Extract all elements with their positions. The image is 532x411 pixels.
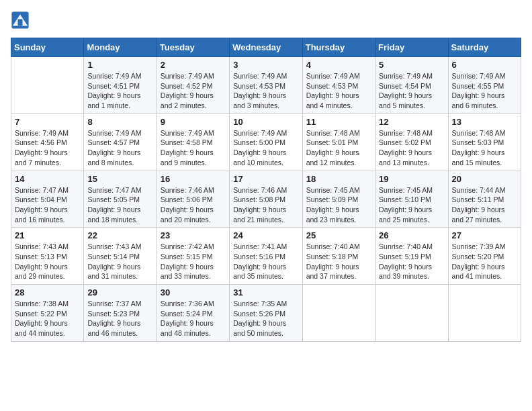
day-number: 5 (379, 60, 444, 70)
calendar-cell: 5Sunrise: 7:49 AM Sunset: 4:54 PM Daylig… (375, 57, 448, 114)
calendar-table: SundayMondayTuesdayWednesdayThursdayFrid… (11, 38, 521, 342)
calendar-cell: 27Sunrise: 7:39 AM Sunset: 5:20 PM Dayli… (448, 228, 521, 285)
day-number: 28 (15, 287, 80, 298)
calendar-cell (11, 57, 84, 114)
calendar-cell: 28Sunrise: 7:38 AM Sunset: 5:22 PM Dayli… (11, 285, 84, 342)
calendar-cell: 26Sunrise: 7:40 AM Sunset: 5:19 PM Dayli… (375, 228, 448, 285)
day-detail: Sunrise: 7:38 AM Sunset: 5:22 PM Dayligh… (15, 299, 80, 338)
day-number: 17 (233, 174, 298, 184)
day-detail: Sunrise: 7:46 AM Sunset: 5:08 PM Dayligh… (233, 185, 298, 225)
day-detail: Sunrise: 7:45 AM Sunset: 5:10 PM Dayligh… (379, 185, 444, 225)
day-number: 30 (161, 287, 226, 298)
calendar-cell: 16Sunrise: 7:46 AM Sunset: 5:06 PM Dayli… (157, 171, 229, 228)
calendar-week-2: 7Sunrise: 7:49 AM Sunset: 4:56 PM Daylig… (11, 113, 521, 171)
calendar-cell: 1Sunrise: 7:49 AM Sunset: 4:51 PM Daylig… (84, 57, 157, 114)
day-detail: Sunrise: 7:48 AM Sunset: 5:03 PM Dayligh… (452, 128, 517, 168)
calendar-cell: 20Sunrise: 7:44 AM Sunset: 5:11 PM Dayli… (448, 171, 521, 228)
calendar-cell (448, 285, 521, 342)
day-number: 14 (15, 174, 80, 184)
day-number: 18 (306, 174, 371, 184)
day-number: 25 (306, 230, 371, 240)
day-detail: Sunrise: 7:49 AM Sunset: 5:00 PM Dayligh… (233, 128, 298, 168)
day-number: 9 (161, 117, 226, 127)
day-detail: Sunrise: 7:43 AM Sunset: 5:13 PM Dayligh… (15, 242, 80, 281)
day-number: 23 (161, 230, 226, 240)
day-number: 22 (87, 230, 152, 240)
day-header-wednesday: Wednesday (230, 38, 302, 57)
day-detail: Sunrise: 7:45 AM Sunset: 5:09 PM Dayligh… (306, 185, 371, 225)
calendar-cell: 31Sunrise: 7:35 AM Sunset: 5:26 PM Dayli… (230, 285, 302, 342)
day-detail: Sunrise: 7:48 AM Sunset: 5:01 PM Dayligh… (306, 128, 371, 168)
calendar-cell (375, 285, 448, 342)
calendar-cell: 2Sunrise: 7:49 AM Sunset: 4:52 PM Daylig… (157, 57, 229, 114)
day-detail: Sunrise: 7:49 AM Sunset: 4:58 PM Dayligh… (161, 128, 226, 168)
day-detail: Sunrise: 7:43 AM Sunset: 5:14 PM Dayligh… (87, 242, 152, 281)
calendar-header-row: SundayMondayTuesdayWednesdayThursdayFrid… (11, 38, 521, 57)
day-detail: Sunrise: 7:44 AM Sunset: 5:11 PM Dayligh… (452, 185, 517, 225)
day-number: 12 (379, 117, 444, 127)
day-detail: Sunrise: 7:49 AM Sunset: 4:53 PM Dayligh… (233, 71, 298, 111)
day-number: 31 (233, 287, 298, 298)
logo-icon (11, 11, 30, 30)
day-detail: Sunrise: 7:40 AM Sunset: 5:19 PM Dayligh… (379, 242, 444, 281)
day-number: 8 (87, 117, 152, 127)
day-header-saturday: Saturday (448, 38, 521, 57)
day-number: 4 (306, 60, 371, 70)
svg-rect-2 (18, 19, 23, 26)
calendar-week-1: 1Sunrise: 7:49 AM Sunset: 4:51 PM Daylig… (11, 57, 521, 114)
day-detail: Sunrise: 7:49 AM Sunset: 4:51 PM Dayligh… (87, 71, 152, 111)
day-detail: Sunrise: 7:49 AM Sunset: 4:53 PM Dayligh… (306, 71, 371, 111)
day-detail: Sunrise: 7:37 AM Sunset: 5:23 PM Dayligh… (87, 299, 152, 338)
day-number: 1 (87, 60, 152, 70)
day-number: 15 (87, 174, 152, 184)
day-header-friday: Friday (375, 38, 448, 57)
day-number: 20 (452, 174, 517, 184)
day-detail: Sunrise: 7:49 AM Sunset: 4:52 PM Dayligh… (161, 71, 226, 111)
day-header-thursday: Thursday (302, 38, 375, 57)
calendar-cell (302, 285, 375, 342)
day-header-monday: Monday (84, 38, 157, 57)
day-detail: Sunrise: 7:39 AM Sunset: 5:20 PM Dayligh… (452, 242, 517, 281)
day-number: 16 (161, 174, 226, 184)
day-number: 11 (306, 117, 371, 127)
calendar-cell: 18Sunrise: 7:45 AM Sunset: 5:09 PM Dayli… (302, 171, 375, 228)
day-detail: Sunrise: 7:40 AM Sunset: 5:18 PM Dayligh… (306, 242, 371, 281)
day-detail: Sunrise: 7:49 AM Sunset: 4:54 PM Dayligh… (379, 71, 444, 111)
day-detail: Sunrise: 7:47 AM Sunset: 5:04 PM Dayligh… (15, 185, 80, 225)
day-header-tuesday: Tuesday (157, 38, 229, 57)
day-detail: Sunrise: 7:46 AM Sunset: 5:06 PM Dayligh… (161, 185, 226, 225)
calendar-cell: 21Sunrise: 7:43 AM Sunset: 5:13 PM Dayli… (11, 228, 84, 285)
day-number: 3 (233, 60, 298, 70)
calendar-cell: 22Sunrise: 7:43 AM Sunset: 5:14 PM Dayli… (84, 228, 157, 285)
day-number: 27 (452, 230, 517, 240)
calendar-week-3: 14Sunrise: 7:47 AM Sunset: 5:04 PM Dayli… (11, 171, 521, 228)
day-detail: Sunrise: 7:49 AM Sunset: 4:57 PM Dayligh… (87, 128, 152, 168)
day-detail: Sunrise: 7:49 AM Sunset: 4:56 PM Dayligh… (15, 128, 80, 168)
calendar-cell: 11Sunrise: 7:48 AM Sunset: 5:01 PM Dayli… (302, 113, 375, 171)
day-number: 6 (452, 60, 517, 70)
calendar-cell: 17Sunrise: 7:46 AM Sunset: 5:08 PM Dayli… (230, 171, 302, 228)
day-detail: Sunrise: 7:41 AM Sunset: 5:16 PM Dayligh… (233, 242, 298, 281)
calendar-cell: 15Sunrise: 7:47 AM Sunset: 5:05 PM Dayli… (84, 171, 157, 228)
calendar-cell: 23Sunrise: 7:42 AM Sunset: 5:15 PM Dayli… (157, 228, 229, 285)
day-detail: Sunrise: 7:47 AM Sunset: 5:05 PM Dayligh… (87, 185, 152, 225)
day-number: 29 (87, 287, 152, 298)
calendar-cell: 13Sunrise: 7:48 AM Sunset: 5:03 PM Dayli… (448, 113, 521, 171)
calendar-cell: 4Sunrise: 7:49 AM Sunset: 4:53 PM Daylig… (302, 57, 375, 114)
calendar-cell: 19Sunrise: 7:45 AM Sunset: 5:10 PM Dayli… (375, 171, 448, 228)
day-detail: Sunrise: 7:49 AM Sunset: 4:55 PM Dayligh… (452, 71, 517, 111)
day-header-sunday: Sunday (11, 38, 84, 57)
calendar-cell: 24Sunrise: 7:41 AM Sunset: 5:16 PM Dayli… (230, 228, 302, 285)
day-detail: Sunrise: 7:35 AM Sunset: 5:26 PM Dayligh… (233, 299, 298, 338)
calendar-cell: 10Sunrise: 7:49 AM Sunset: 5:00 PM Dayli… (230, 113, 302, 171)
day-number: 10 (233, 117, 298, 127)
day-number: 24 (233, 230, 298, 240)
day-number: 21 (15, 230, 80, 240)
calendar-cell: 9Sunrise: 7:49 AM Sunset: 4:58 PM Daylig… (157, 113, 229, 171)
calendar-cell: 7Sunrise: 7:49 AM Sunset: 4:56 PM Daylig… (11, 113, 84, 171)
calendar-cell: 29Sunrise: 7:37 AM Sunset: 5:23 PM Dayli… (84, 285, 157, 342)
calendar-cell: 8Sunrise: 7:49 AM Sunset: 4:57 PM Daylig… (84, 113, 157, 171)
day-detail: Sunrise: 7:36 AM Sunset: 5:24 PM Dayligh… (161, 299, 226, 338)
page-header (11, 11, 521, 30)
calendar-week-4: 21Sunrise: 7:43 AM Sunset: 5:13 PM Dayli… (11, 228, 521, 285)
